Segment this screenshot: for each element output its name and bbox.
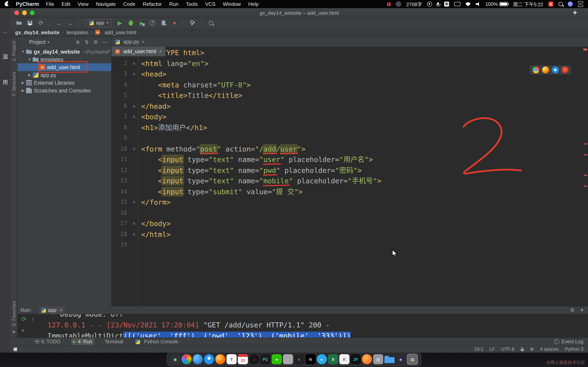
menu-vcs[interactable]: VCS (205, 1, 216, 7)
stripe-mark[interactable] (584, 186, 587, 187)
tree-item-scratches-and-consoles[interactable]: ▶Scratches and Consoles (17, 87, 111, 94)
save-all-button[interactable] (25, 19, 35, 27)
zoom-window-button[interactable] (30, 10, 35, 15)
code-line-7[interactable]: 7∨<body> (112, 111, 588, 122)
dock-typora[interactable]: T (226, 354, 237, 364)
tab-close-icon[interactable]: × (60, 307, 62, 313)
run-console[interactable]: * Debug mode: off127.0.0.1 - - [23/Nov/2… (17, 314, 588, 337)
hide-panel-icon[interactable]: — (101, 39, 108, 45)
menu-refactor[interactable]: Refactor (143, 1, 162, 7)
menu-app-name[interactable]: PyCharm (16, 1, 39, 7)
highlighting-level-icon[interactable]: ⊕ (530, 346, 534, 352)
code-line-4[interactable]: 4 <meta charset="UTF-8"> (112, 79, 588, 90)
code-line-11[interactable]: 11 <input type="text" name="user" placeh… (112, 154, 588, 165)
run-python-console-button[interactable] (159, 19, 168, 27)
code-line-12[interactable]: 12 <input type="text" name="pwd" placeho… (112, 165, 588, 175)
dock-wechat[interactable]: ● (272, 354, 282, 364)
tool-window-button-favorites[interactable]: 2: Favorites (11, 301, 16, 326)
back-button[interactable]: ← (54, 19, 64, 27)
tree-item-app.py[interactable]: ▶app.py (17, 71, 111, 79)
display-icon[interactable] (454, 2, 460, 6)
event-log-button[interactable]: Event Log (554, 339, 583, 344)
volume-icon[interactable] (476, 2, 480, 6)
menu-view[interactable]: View (78, 1, 88, 7)
tree-expand-arrow[interactable]: ▶ (20, 81, 26, 85)
dock-utility-gray[interactable] (283, 354, 293, 364)
battery-status[interactable]: 100% (485, 1, 508, 7)
console-line-2[interactable]: 127.0.0.1 - - [23/Nov/2021 17:20:04] "GE… (17, 320, 588, 331)
code-line-9[interactable]: 9 (112, 133, 588, 143)
dock-firefox[interactable] (215, 354, 225, 364)
code-line-15[interactable]: 15∧</form> (112, 197, 588, 208)
tree-item-external-libraries[interactable]: ▶External Libraries (17, 79, 111, 87)
dock-trash[interactable]: ▥ (407, 354, 418, 365)
dock-scanner[interactable]: ▤ (373, 354, 383, 364)
fold-marker[interactable]: ∧ (130, 197, 138, 208)
lock-icon[interactable] (520, 349, 524, 351)
code-line-14[interactable]: 14 <input type="submit" value="提 交"> (112, 186, 588, 197)
toolwindow-button-6--todo[interactable]: 6: TODO (33, 338, 62, 345)
dock-video-editor[interactable]: JY (351, 354, 361, 364)
stripe-mark[interactable] (584, 143, 587, 144)
firefox-icon[interactable] (542, 67, 549, 73)
tree-item-templates[interactable]: ▼templates (17, 56, 111, 63)
locate-file-icon[interactable]: ⊕ (74, 39, 81, 45)
fold-marker[interactable]: ∨ (130, 111, 138, 122)
dock-calendar[interactable]: 23 (238, 354, 248, 364)
fold-marker[interactable]: ∧ (130, 218, 138, 229)
minimize-window-button[interactable] (22, 10, 27, 15)
editor-tab-add_user.html[interactable]: add_user.html× (112, 47, 166, 56)
synchronize-button[interactable]: ⟳ (36, 19, 45, 27)
menu-edit[interactable]: Edit (61, 1, 70, 7)
fold-marker[interactable]: ∨ (130, 58, 138, 69)
search-everywhere-button[interactable] (206, 19, 216, 27)
forward-button[interactable]: → (65, 19, 75, 27)
fold-marker[interactable]: ∨ (130, 69, 138, 79)
hide-panel-icon[interactable]: ▾ (581, 307, 583, 313)
stop-button[interactable]: ■ (170, 19, 179, 27)
dock-music[interactable]: ♪ (249, 354, 259, 364)
run-tab-app[interactable]: app × (39, 306, 65, 314)
code-editor[interactable]: 1<!DOCTYPE html>2∨<html lang="en">3∨<hea… (112, 47, 588, 306)
spotlight-search-icon[interactable] (558, 2, 563, 6)
tree-item-gx_day14_website[interactable]: ▼gx_day14_website~/PycharmP (17, 48, 111, 56)
profiler-button[interactable] (148, 19, 157, 27)
close-window-button[interactable] (14, 10, 19, 15)
dock-app-dark[interactable]: ◉ (170, 354, 180, 364)
snipaste-icon[interactable]: S (548, 1, 553, 7)
tree-item-add_user.html[interactable]: add_user.html (17, 63, 111, 71)
run-button[interactable]: ▶ (115, 19, 125, 27)
safari-icon[interactable] (552, 67, 559, 73)
tree-expand-arrow[interactable]: ▶ (26, 73, 33, 77)
dock-orange-app[interactable] (362, 354, 372, 364)
menu-extra-app-icon[interactable] (396, 1, 401, 7)
menu-help[interactable]: Help (248, 1, 259, 7)
opera-icon[interactable] (562, 67, 569, 73)
word-count-status[interactable]: 2708字 (406, 0, 422, 8)
menu-code[interactable]: Code (123, 1, 135, 7)
run-configuration-selector[interactable]: app ▾ (86, 19, 112, 27)
project-panel-title[interactable]: Project (29, 39, 45, 45)
toolwindow-button-terminal[interactable]: Terminal (103, 338, 125, 345)
tree-expand-arrow[interactable]: ▼ (20, 50, 26, 54)
menu-file[interactable]: File (46, 1, 54, 7)
chevron-down-icon[interactable]: ▾ (47, 40, 49, 44)
caret-position[interactable]: 19:1 (474, 346, 483, 352)
dock-browser-blue[interactable] (193, 354, 203, 364)
settings-gear-icon[interactable]: ⚙ (570, 307, 575, 313)
stripe-mark[interactable] (584, 154, 587, 155)
collapse-all-icon[interactable]: ⇅ (83, 39, 90, 45)
dock-notes-black[interactable]: N (305, 354, 316, 364)
apple-menu-icon[interactable] (5, 2, 9, 6)
control-center-icon[interactable] (578, 1, 583, 7)
menu-clock[interactable]: 周二 下午5:22 (513, 0, 543, 8)
breadcrumb-item-gx_day14_website[interactable]: gx_day14_website (15, 29, 60, 35)
code-line-8[interactable]: 8<h1>添加用户</h1> (112, 122, 588, 133)
window-title-bar[interactable]: gx_day14_website – add_user.html + (10, 8, 588, 18)
dock-telegram[interactable]: ▸ (317, 354, 327, 364)
code-line-10[interactable]: 10∨<form method="post" action="/add/user… (112, 143, 588, 154)
open-file-button[interactable] (14, 19, 24, 27)
recording-pause-icon[interactable] (387, 2, 390, 6)
tree-expand-arrow[interactable]: ▶ (20, 89, 26, 92)
stripe-mark[interactable] (583, 49, 587, 50)
